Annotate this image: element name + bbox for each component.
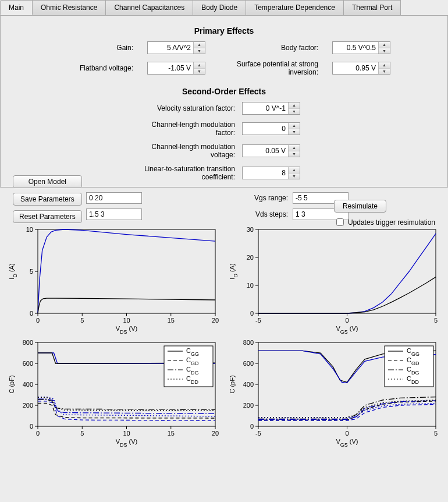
svg-text:-5: -5 bbox=[255, 317, 261, 324]
body-factor-label: Body factor: bbox=[225, 44, 318, 52]
spin-up-icon[interactable]: ▲ bbox=[379, 62, 390, 69]
tab-body-diode[interactable]: Body Diode bbox=[193, 0, 246, 15]
svg-text:15: 15 bbox=[168, 317, 175, 324]
vgs-steps-input[interactable] bbox=[86, 208, 142, 220]
spin-up-icon[interactable]: ▲ bbox=[289, 123, 300, 129]
svg-text:C (pF): C (pF) bbox=[8, 375, 15, 393]
tab-capacitances[interactable]: Channel Capacitances bbox=[105, 0, 193, 15]
clm-factor-label: Channel-length modulation factor: bbox=[142, 121, 235, 137]
body-factor-input[interactable] bbox=[333, 42, 378, 54]
svg-text:5: 5 bbox=[30, 268, 33, 275]
svg-text:0: 0 bbox=[250, 310, 254, 317]
spin-down-icon[interactable]: ▼ bbox=[289, 174, 300, 179]
body-factor-spin[interactable]: ▲▼ bbox=[332, 41, 390, 54]
spin-down-icon[interactable]: ▼ bbox=[194, 69, 205, 75]
svg-text:VGS  (V): VGS (V) bbox=[336, 325, 358, 334]
svg-text:5: 5 bbox=[80, 317, 84, 324]
svg-text:10: 10 bbox=[26, 226, 33, 233]
vgs-range-label: Vgs range: bbox=[241, 194, 288, 202]
svg-text:5: 5 bbox=[80, 430, 84, 437]
spin-up-icon[interactable]: ▲ bbox=[194, 62, 205, 69]
svg-text:15: 15 bbox=[168, 430, 175, 437]
surface-label: Surface potential at strong inversion: bbox=[225, 60, 318, 76]
gain-spin[interactable]: ▲▼ bbox=[147, 41, 205, 54]
surface-spin[interactable]: ▲▼ bbox=[332, 62, 390, 75]
save-params-button[interactable]: Save Parameters bbox=[13, 193, 82, 206]
clm-factor-spin[interactable]: ▲▼ bbox=[242, 122, 300, 135]
surface-input[interactable] bbox=[333, 62, 378, 74]
svg-text:0: 0 bbox=[250, 423, 254, 430]
clm-voltage-spin[interactable]: ▲▼ bbox=[242, 144, 300, 157]
spin-up-icon[interactable]: ▲ bbox=[379, 42, 390, 48]
tab-main[interactable]: Main bbox=[0, 0, 33, 15]
svg-text:-5: -5 bbox=[255, 430, 261, 437]
svg-text:30: 30 bbox=[247, 226, 254, 233]
svg-text:200: 200 bbox=[243, 402, 254, 409]
vel-sat-spin[interactable]: ▲▼ bbox=[242, 102, 300, 115]
tab-thermal-port[interactable]: Thermal Port bbox=[343, 0, 401, 15]
gain-label: Gain: bbox=[52, 44, 133, 52]
spin-down-icon[interactable]: ▼ bbox=[379, 48, 390, 54]
reset-params-button[interactable]: Reset Parameters bbox=[13, 210, 82, 223]
spin-up-icon[interactable]: ▲ bbox=[289, 102, 300, 109]
lts-spin[interactable]: ▲▼ bbox=[242, 167, 300, 179]
flatband-input[interactable] bbox=[148, 62, 193, 74]
svg-text:ID (A): ID (A) bbox=[229, 263, 239, 279]
svg-text:800: 800 bbox=[243, 339, 254, 346]
svg-text:VDS  (V): VDS (V) bbox=[116, 438, 138, 447]
tabs: Main Ohmic Resistance Channel Capacitanc… bbox=[0, 0, 448, 16]
svg-text:5: 5 bbox=[434, 430, 438, 437]
vel-sat-input[interactable] bbox=[243, 102, 288, 114]
spin-down-icon[interactable]: ▼ bbox=[289, 109, 300, 115]
chart-2: 051015200200400600800CGGCGDCDGCDDVDS (V)… bbox=[6, 337, 222, 447]
flatband-spin[interactable]: ▲▼ bbox=[147, 62, 205, 75]
clm-factor-input[interactable] bbox=[243, 123, 288, 135]
chart-3: -5050200400600800CGGCGDCDGCDDVGS (V)C (p… bbox=[226, 337, 442, 447]
tab-ohmic[interactable]: Ohmic Resistance bbox=[32, 0, 106, 15]
svg-text:5: 5 bbox=[434, 317, 438, 324]
svg-text:20: 20 bbox=[212, 317, 219, 324]
spin-up-icon[interactable]: ▲ bbox=[194, 42, 205, 48]
svg-text:10: 10 bbox=[123, 430, 130, 437]
svg-text:0: 0 bbox=[30, 423, 33, 430]
lts-input[interactable] bbox=[243, 167, 288, 179]
tab-temperature[interactable]: Temperature Dependence bbox=[246, 0, 344, 15]
svg-text:200: 200 bbox=[23, 402, 33, 409]
svg-text:400: 400 bbox=[23, 381, 33, 388]
svg-text:600: 600 bbox=[243, 360, 254, 367]
svg-text:0: 0 bbox=[345, 317, 349, 324]
gain-input[interactable] bbox=[148, 42, 193, 54]
svg-text:0: 0 bbox=[36, 430, 40, 437]
svg-text:VGS  (V): VGS (V) bbox=[336, 438, 358, 447]
chart-1: -5050102030VGS (V)ID (A) bbox=[226, 224, 442, 334]
svg-text:20: 20 bbox=[247, 254, 254, 261]
spin-down-icon[interactable]: ▼ bbox=[289, 129, 300, 135]
spin-up-icon[interactable]: ▲ bbox=[289, 145, 300, 151]
svg-text:0: 0 bbox=[36, 317, 40, 324]
vds-range-input[interactable] bbox=[86, 192, 142, 204]
second-order-title: Second-Order Effects bbox=[12, 87, 436, 96]
svg-text:20: 20 bbox=[212, 430, 219, 437]
spin-down-icon[interactable]: ▼ bbox=[289, 151, 300, 157]
spin-down-icon[interactable]: ▼ bbox=[194, 48, 205, 54]
main-panel: Primary Effects Gain: ▲▼ Body factor: ▲▼… bbox=[0, 16, 448, 188]
svg-text:0: 0 bbox=[345, 430, 349, 437]
svg-text:400: 400 bbox=[243, 381, 254, 388]
svg-rect-0 bbox=[38, 229, 215, 313]
clm-voltage-label: Channel-length modulation voltage: bbox=[142, 143, 235, 159]
open-model-button[interactable]: Open Model bbox=[13, 175, 82, 188]
chart-0: 051015200510VDS (V)ID (A) bbox=[6, 224, 222, 334]
svg-text:0: 0 bbox=[30, 310, 33, 317]
svg-text:ID (A): ID (A) bbox=[8, 263, 18, 279]
spin-up-icon[interactable]: ▲ bbox=[289, 167, 300, 174]
vel-sat-label: Velocity saturation factor: bbox=[142, 104, 235, 112]
svg-text:800: 800 bbox=[23, 339, 33, 346]
spin-down-icon[interactable]: ▼ bbox=[379, 69, 390, 75]
lts-label: Linear-to-saturation transition coeffici… bbox=[142, 165, 235, 181]
resimulate-button[interactable]: Resimulate bbox=[334, 200, 386, 213]
svg-text:10: 10 bbox=[123, 317, 130, 324]
clm-voltage-input[interactable] bbox=[243, 145, 288, 157]
primary-title: Primary Effects bbox=[12, 26, 436, 36]
flatband-label: Flatband voltage: bbox=[52, 64, 133, 72]
svg-text:10: 10 bbox=[247, 282, 254, 289]
